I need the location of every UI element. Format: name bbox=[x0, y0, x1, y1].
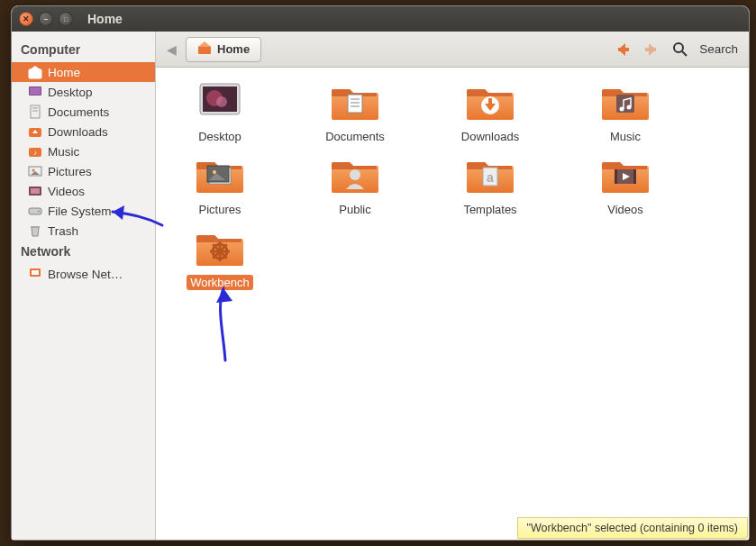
sidebar-item-desktop[interactable]: Desktop bbox=[12, 82, 155, 102]
file-manager-window: Home Computer Home Desktop Documents Dow… bbox=[11, 5, 750, 541]
sidebar-item-label: Browse Net… bbox=[48, 268, 123, 281]
sidebar-heading-network: Network bbox=[12, 241, 155, 264]
svg-point-27 bbox=[674, 43, 683, 52]
folder-label: Desktop bbox=[195, 129, 245, 144]
maximize-button[interactable] bbox=[59, 12, 73, 26]
svg-point-32 bbox=[216, 96, 227, 107]
folder-label: Videos bbox=[604, 202, 647, 217]
sidebar-item-documents[interactable]: Documents bbox=[12, 102, 155, 122]
folder-item-public[interactable]: Public bbox=[305, 151, 405, 217]
sidebar-item-label: Trash bbox=[48, 224, 78, 238]
svg-rect-21 bbox=[198, 46, 211, 54]
sidebar-item-label: File System bbox=[48, 205, 112, 218]
sidebar-item-label: Videos bbox=[48, 185, 85, 198]
svg-point-12 bbox=[32, 169, 35, 172]
svg-rect-26 bbox=[645, 48, 656, 51]
search-label[interactable]: Search bbox=[699, 42, 738, 56]
status-bar: "Workbench" selected (containing 0 items… bbox=[517, 517, 748, 539]
folder-label: Pictures bbox=[196, 202, 245, 217]
svg-line-28 bbox=[682, 51, 687, 56]
folder-icon bbox=[465, 78, 515, 125]
music-icon: ♪ bbox=[28, 144, 42, 159]
pathbar-home-button[interactable]: Home bbox=[186, 37, 261, 62]
close-button[interactable] bbox=[19, 12, 33, 26]
sidebar-item-videos[interactable]: Videos bbox=[12, 181, 155, 201]
sidebar-item-label: Desktop bbox=[48, 86, 93, 99]
window-controls bbox=[19, 12, 73, 26]
nav-back-button[interactable] bbox=[613, 40, 633, 59]
search-icon[interactable] bbox=[670, 40, 690, 59]
minimize-button[interactable] bbox=[39, 12, 53, 26]
disk-icon bbox=[28, 204, 42, 218]
sidebar-item-label: Pictures bbox=[48, 165, 92, 178]
path-back-icon[interactable]: ◀ bbox=[167, 42, 177, 57]
network-icon bbox=[28, 267, 42, 281]
main-pane: ◀ Home Search Desktop Documents Download… bbox=[156, 32, 749, 540]
folder-icon bbox=[600, 151, 651, 198]
svg-point-45 bbox=[213, 170, 216, 174]
sidebar-item-home[interactable]: Home bbox=[12, 62, 155, 82]
desktop-icon bbox=[28, 85, 42, 99]
sidebar-item-label: Downloads bbox=[48, 125, 108, 139]
folder-icon bbox=[195, 224, 245, 271]
svg-rect-20 bbox=[32, 270, 39, 275]
folder-icon bbox=[195, 151, 245, 198]
folder-icon bbox=[600, 78, 651, 125]
sidebar-item-downloads[interactable]: Downloads bbox=[12, 122, 155, 141]
folder-item-downloads[interactable]: Downloads bbox=[441, 78, 540, 144]
window-body: Computer Home Desktop Documents Download… bbox=[12, 32, 749, 540]
folder-label: Workbench bbox=[187, 275, 253, 290]
downloads-icon bbox=[28, 124, 42, 139]
sidebar-item-filesystem[interactable]: File System bbox=[12, 201, 155, 221]
svg-rect-15 bbox=[31, 188, 40, 194]
svg-rect-51 bbox=[615, 169, 617, 184]
svg-rect-18 bbox=[31, 226, 40, 228]
sidebar-item-browse-network[interactable]: Browse Net… bbox=[12, 264, 155, 284]
folder-item-desktop[interactable]: Desktop bbox=[170, 78, 269, 144]
folder-icon bbox=[330, 78, 380, 125]
svg-marker-22 bbox=[198, 41, 211, 47]
svg-rect-3 bbox=[30, 87, 41, 95]
home-icon bbox=[28, 65, 42, 79]
svg-marker-1 bbox=[29, 66, 41, 70]
folder-item-videos[interactable]: Videos bbox=[576, 151, 675, 217]
sidebar-item-pictures[interactable]: Pictures bbox=[12, 161, 155, 181]
folder-label: Templates bbox=[460, 202, 520, 217]
folder-icon: a bbox=[465, 151, 515, 198]
svg-rect-52 bbox=[633, 169, 636, 184]
sidebar-item-music[interactable]: ♪ Music bbox=[12, 141, 155, 161]
folder-item-workbench[interactable]: Workbench bbox=[170, 224, 269, 290]
svg-rect-33 bbox=[348, 95, 362, 113]
folder-label: Documents bbox=[322, 129, 388, 144]
sidebar-item-label: Home bbox=[48, 66, 80, 79]
sidebar-item-trash[interactable]: Trash bbox=[12, 221, 155, 241]
folder-label: Music bbox=[606, 129, 644, 144]
sidebar-item-label: Music bbox=[48, 145, 79, 159]
folder-icon bbox=[330, 151, 380, 198]
sidebar: Computer Home Desktop Documents Download… bbox=[12, 32, 156, 540]
nav-forward-button[interactable] bbox=[642, 40, 661, 59]
svg-text:♪: ♪ bbox=[33, 149, 37, 157]
status-text: "Workbench" selected (containing 0 items… bbox=[527, 522, 738, 534]
pathbar-label: Home bbox=[217, 42, 250, 56]
svg-rect-0 bbox=[29, 69, 41, 78]
icon-view[interactable]: Desktop Documents Downloads Music Pictur… bbox=[156, 68, 749, 540]
home-icon bbox=[197, 41, 212, 58]
svg-rect-24 bbox=[618, 48, 629, 51]
folder-item-templates[interactable]: aTemplates bbox=[441, 151, 540, 217]
sidebar-item-label: Documents bbox=[48, 105, 109, 119]
toolbar: ◀ Home Search bbox=[156, 32, 749, 68]
svg-rect-40 bbox=[616, 95, 634, 113]
svg-point-17 bbox=[38, 211, 40, 213]
window-title: Home bbox=[87, 12, 123, 26]
titlebar[interactable]: Home bbox=[12, 6, 749, 32]
folder-label: Public bbox=[335, 202, 374, 217]
svg-rect-4 bbox=[31, 105, 40, 118]
pictures-icon bbox=[28, 164, 42, 178]
folder-item-music[interactable]: Music bbox=[576, 78, 675, 144]
documents-icon bbox=[28, 105, 42, 119]
svg-rect-39 bbox=[488, 98, 492, 105]
folder-item-pictures[interactable]: Pictures bbox=[170, 151, 269, 217]
folder-label: Downloads bbox=[458, 129, 523, 144]
folder-item-documents[interactable]: Documents bbox=[305, 78, 405, 144]
